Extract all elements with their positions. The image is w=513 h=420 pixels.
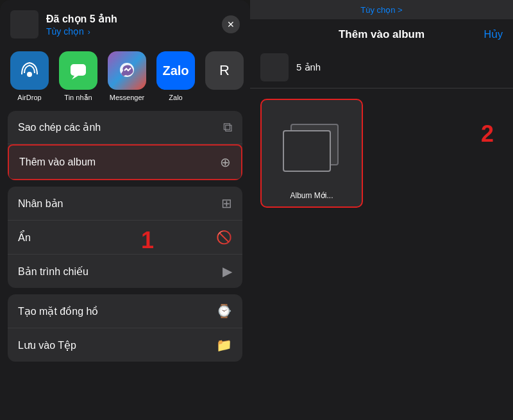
zalo-text: Zalo bbox=[162, 63, 189, 78]
close-button[interactable]: ✕ bbox=[222, 15, 240, 33]
share-more[interactable]: R bbox=[205, 51, 244, 102]
watchface-icon: ⌚ bbox=[216, 303, 232, 319]
selected-thumbnail bbox=[10, 10, 38, 38]
add-album-label: Thêm vào album bbox=[19, 156, 96, 168]
right-panel: Tùy chọn > Thêm vào album Hủy 5 ảnh Albu… bbox=[250, 0, 513, 420]
new-album-label: Album Mới... bbox=[290, 191, 333, 200]
messenger-icon-bg bbox=[108, 51, 146, 90]
action-copy[interactable]: Sao chép các ảnh ⧉ bbox=[8, 111, 242, 144]
zalo-label: Zalo bbox=[169, 94, 182, 101]
action-duplicate[interactable]: Nhân bản ⊞ bbox=[8, 187, 242, 221]
action-list-3: Tạo mặt đồng hồ ⌚ Lưu vào Tệp 📁 bbox=[8, 294, 242, 362]
share-zalo[interactable]: Zalo Zalo bbox=[156, 51, 195, 102]
slideshow-icon: ▶ bbox=[223, 264, 232, 279]
messenger-icon bbox=[117, 60, 137, 81]
step-1-label: 1 bbox=[141, 227, 154, 254]
hide-icon: 🚫 bbox=[216, 230, 232, 245]
copy-label: Sao chép các ảnh bbox=[18, 121, 101, 133]
new-album-card[interactable]: Album Mới... bbox=[260, 99, 363, 208]
chevron-icon: › bbox=[88, 28, 90, 37]
selected-count-title: Đã chọn 5 ảnh bbox=[46, 13, 214, 25]
duplicate-label: Nhân bản bbox=[18, 197, 63, 210]
step-2-label: 2 bbox=[481, 121, 494, 147]
duplicate-icon: ⊞ bbox=[221, 196, 232, 211]
album-grid: Album Mới... 2 bbox=[250, 88, 513, 420]
zalo-icon-bg: Zalo bbox=[156, 51, 195, 90]
copy-icon: ⧉ bbox=[223, 120, 232, 135]
selected-photos-count: 5 ảnh bbox=[296, 62, 321, 73]
share-apps-row: AirDrop Tin nhắn Messenger bbox=[0, 45, 250, 111]
messages-icon bbox=[68, 60, 88, 81]
album-stack-icon bbox=[283, 124, 341, 175]
savefile-icon: 📁 bbox=[216, 337, 232, 353]
action-list-1: Sao chép các ảnh ⧉ Thêm vào album ⊕ bbox=[8, 111, 242, 180]
album-rect-front bbox=[283, 130, 331, 172]
share-messages[interactable]: Tin nhắn bbox=[59, 51, 97, 102]
svg-marker-2 bbox=[72, 76, 78, 80]
more-icon: R bbox=[219, 62, 230, 79]
left-panel: Đã chọn 5 ảnh Tùy chọn › ✕ AirDrop bbox=[0, 0, 250, 420]
messenger-label: Messenger bbox=[110, 94, 144, 101]
header-text-group: Đã chọn 5 ảnh Tùy chọn › bbox=[46, 13, 214, 37]
cancel-button[interactable]: Hủy bbox=[484, 28, 503, 40]
album-icon-area bbox=[262, 108, 362, 191]
airdrop-label: AirDrop bbox=[17, 94, 41, 101]
share-airdrop[interactable]: AirDrop bbox=[10, 51, 49, 102]
add-album-title: Thêm vào album bbox=[339, 28, 425, 41]
messages-icon-bg bbox=[59, 51, 97, 90]
selected-photos-thumbnail bbox=[260, 53, 289, 81]
right-panel-header: Thêm vào album Hủy bbox=[250, 19, 513, 47]
action-savefile[interactable]: Lưu vào Tệp 📁 bbox=[8, 328, 242, 362]
action-watchface[interactable]: Tạo mặt đồng hồ ⌚ bbox=[8, 294, 242, 328]
svg-point-0 bbox=[27, 72, 32, 77]
hide-label: Ẩn bbox=[18, 231, 31, 244]
savefile-label: Lưu vào Tệp bbox=[18, 339, 76, 351]
action-list-2: Nhân bản ⊞ Ẩn 🚫 Bản trình chiếu ▶ bbox=[8, 187, 242, 288]
share-header: Đã chọn 5 ảnh Tùy chọn › ✕ bbox=[0, 0, 250, 45]
airdrop-icon bbox=[19, 60, 40, 81]
messages-label: Tin nhắn bbox=[64, 94, 92, 102]
svg-rect-1 bbox=[71, 64, 86, 76]
slideshow-label: Bản trình chiếu bbox=[18, 265, 88, 278]
more-icon-bg: R bbox=[205, 51, 244, 90]
options-link[interactable]: Tùy chọn › bbox=[46, 26, 214, 37]
add-album-icon: ⊕ bbox=[220, 155, 231, 170]
share-messenger[interactable]: Messenger bbox=[108, 51, 146, 102]
action-slideshow[interactable]: Bản trình chiếu ▶ bbox=[8, 255, 242, 288]
selected-photos-row: 5 ảnh bbox=[250, 47, 513, 88]
watchface-label: Tạo mặt đồng hồ bbox=[18, 305, 98, 317]
airdrop-icon-bg bbox=[10, 51, 49, 90]
action-hide[interactable]: Ẩn 🚫 bbox=[8, 221, 242, 255]
top-bar-options[interactable]: Tùy chọn > bbox=[360, 5, 402, 15]
top-bar: Tùy chọn > bbox=[250, 0, 513, 19]
action-add-album[interactable]: Thêm vào album ⊕ bbox=[8, 144, 242, 180]
